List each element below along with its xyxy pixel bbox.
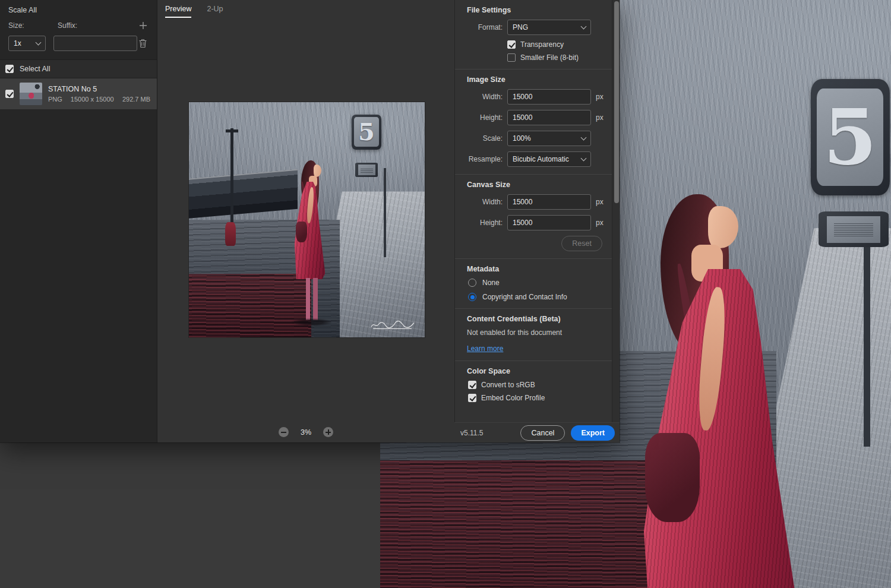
format-label: Format: xyxy=(467,23,503,31)
artwork-lamp-post xyxy=(230,128,233,229)
dialog-footer: v5.11.5 Cancel Export xyxy=(454,422,620,442)
tab-preview[interactable]: Preview xyxy=(165,0,191,18)
select-all-checkbox[interactable] xyxy=(5,65,14,73)
reset-button[interactable]: Reset xyxy=(561,236,602,251)
select-all-label: Select All xyxy=(20,65,50,73)
image-width-label: Width: xyxy=(467,93,503,101)
scale-size-value: 1x xyxy=(14,39,21,48)
format-value: PNG xyxy=(513,23,528,31)
content-credentials-title: Content Credentials (Beta) xyxy=(467,315,602,323)
canvas-size-section: Canvas Size Width: px Height: px Reset xyxy=(455,175,612,258)
chevron-down-icon xyxy=(581,24,587,30)
scrollbar-thumb[interactable] xyxy=(614,1,619,203)
artwork-pole xyxy=(384,168,386,257)
image-width-input[interactable] xyxy=(507,89,591,105)
format-select[interactable]: PNG xyxy=(507,20,591,35)
size-label: Size: xyxy=(8,21,58,30)
content-credentials-status: Not enabled for this document xyxy=(467,328,602,337)
chevron-down-icon xyxy=(36,40,42,46)
metadata-none-option[interactable]: None xyxy=(467,279,602,287)
file-meta: PNG 15000 x 15000 292.7 MB xyxy=(48,96,151,103)
file-settings-section: File Settings Format: PNG Transparency S… xyxy=(455,0,612,69)
transparency-label: Transparency xyxy=(520,40,564,49)
metadata-none-radio[interactable] xyxy=(468,279,476,287)
export-button[interactable]: Export xyxy=(571,425,615,441)
smaller-file-option[interactable]: Smaller File (8-bit) xyxy=(507,53,602,62)
metadata-copyright-radio[interactable] xyxy=(468,293,476,301)
canvas-width-unit: px xyxy=(596,198,604,206)
canvas-width-label: Width: xyxy=(467,198,503,206)
export-file-row[interactable]: STATION No 5 PNG 15000 x 15000 292.7 MB xyxy=(0,78,157,109)
transparency-option[interactable]: Transparency xyxy=(507,40,602,49)
preview-image: 5 xyxy=(189,102,425,337)
scale-select[interactable]: 100% xyxy=(507,131,591,146)
file-settings-title: File Settings xyxy=(467,6,602,14)
scale-controls: Size: Suffix: 1x xyxy=(0,14,157,59)
file-name: STATION No 5 xyxy=(48,85,151,93)
export-settings-panel: File Settings Format: PNG Transparency S… xyxy=(454,0,612,422)
trash-icon xyxy=(138,41,147,50)
transparency-checkbox[interactable] xyxy=(507,40,516,49)
file-format: PNG xyxy=(48,96,62,103)
color-space-title: Color Space xyxy=(467,367,602,375)
image-height-input[interactable] xyxy=(507,110,591,125)
scale-size-select[interactable]: 1x xyxy=(8,36,46,51)
learn-more-link[interactable]: Learn more xyxy=(467,344,503,353)
artwork-platform-sign: 5 xyxy=(352,115,381,150)
embed-profile-label: Embed Color Profile xyxy=(481,394,545,402)
artwork-handbag xyxy=(645,433,700,522)
artwork-wet-reflection xyxy=(380,460,667,588)
tab-2up[interactable]: 2-Up xyxy=(207,0,223,18)
scale-label: Scale: xyxy=(467,134,503,143)
canvas-width-input[interactable] xyxy=(507,194,591,210)
settings-scrollbar[interactable] xyxy=(612,0,620,422)
smaller-file-label: Smaller File (8-bit) xyxy=(520,53,579,62)
convert-srgb-option[interactable]: Convert to sRGB xyxy=(468,381,602,389)
canvas-height-label: Height: xyxy=(467,219,503,227)
metadata-copyright-option[interactable]: Copyright and Contact Info xyxy=(467,293,602,301)
artist-signature xyxy=(369,320,419,331)
image-size-title: Image Size xyxy=(467,75,602,84)
file-thumbnail xyxy=(20,83,42,105)
canvas-size-title: Canvas Size xyxy=(467,181,602,189)
export-as-dialog: Scale All Size: Suffix: 1x xyxy=(0,0,620,442)
file-checkbox[interactable] xyxy=(5,90,14,98)
platform-sign-number: 5 xyxy=(823,99,877,176)
convert-srgb-checkbox[interactable] xyxy=(468,381,476,389)
delete-scale-button[interactable] xyxy=(137,37,148,49)
scale-all-title: Scale All xyxy=(0,0,157,14)
preview-panel: Preview 2-Up 5 xyxy=(157,0,454,442)
artwork-handbag xyxy=(296,222,307,242)
artwork-small-sign xyxy=(355,163,378,177)
metadata-none-label: None xyxy=(482,279,500,287)
metadata-title: Metadata xyxy=(467,265,602,273)
scale-value: 100% xyxy=(513,134,531,143)
resample-label: Resample: xyxy=(467,155,503,163)
image-height-unit: px xyxy=(596,113,604,122)
smaller-file-checkbox[interactable] xyxy=(507,53,516,62)
resample-select[interactable]: Bicubic Automatic xyxy=(507,151,591,167)
embed-profile-checkbox[interactable] xyxy=(468,394,476,402)
select-all-row[interactable]: Select All xyxy=(0,59,157,78)
artwork-ground-shadow xyxy=(292,318,331,326)
cancel-button[interactable]: Cancel xyxy=(520,425,565,441)
zoom-in-button[interactable] xyxy=(323,427,333,437)
zoom-out-button[interactable] xyxy=(279,427,289,437)
artwork-small-sign xyxy=(819,211,888,247)
add-scale-button[interactable] xyxy=(138,20,148,31)
image-height-label: Height: xyxy=(467,113,503,122)
artwork-wet-reflection xyxy=(189,274,311,337)
platform-sign-number: 5 xyxy=(358,120,375,144)
artwork-woman-legs xyxy=(305,278,319,320)
artwork-platform-sign: 5 xyxy=(811,79,890,195)
suffix-input[interactable] xyxy=(53,36,137,51)
file-size: 292.7 MB xyxy=(122,96,151,103)
content-credentials-section: Content Credentials (Beta) Not enabled f… xyxy=(455,309,612,361)
file-info: STATION No 5 PNG 15000 x 15000 292.7 MB xyxy=(48,85,151,103)
metadata-section: Metadata None Copyright and Contact Info xyxy=(455,259,612,308)
resample-value: Bicubic Automatic xyxy=(513,155,569,163)
artwork-lamp-base xyxy=(225,222,235,246)
canvas-height-input[interactable] xyxy=(507,215,591,230)
file-dimensions: 15000 x 15000 xyxy=(71,96,114,103)
embed-profile-option[interactable]: Embed Color Profile xyxy=(468,394,602,402)
